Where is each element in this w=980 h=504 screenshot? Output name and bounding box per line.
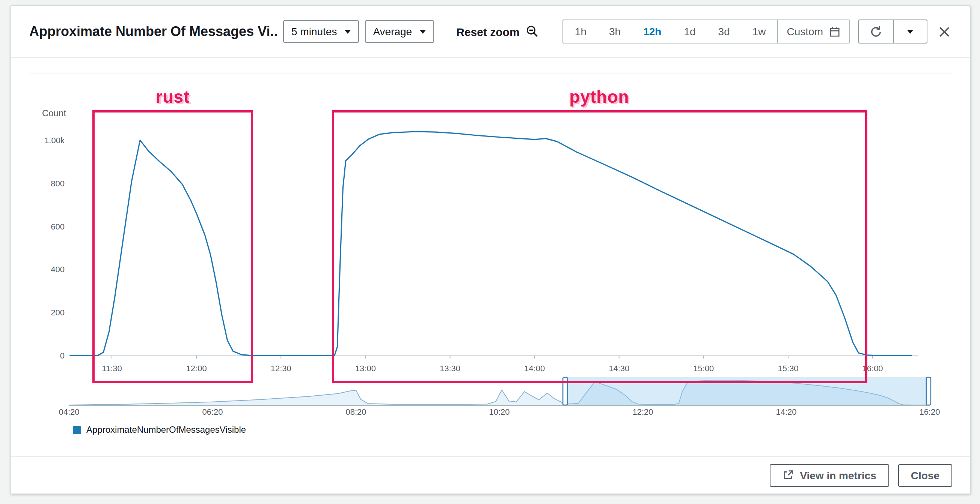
refresh-button[interactable]: [859, 20, 893, 43]
time-range-group: 1h 3h 12h 1d 3d 1w Custom: [563, 19, 850, 43]
range-3d[interactable]: 3d: [707, 20, 741, 43]
reset-zoom-label: Reset zoom: [456, 25, 519, 38]
view-in-metrics-label: View in metrics: [800, 469, 876, 481]
range-1d[interactable]: 1d: [673, 20, 706, 43]
chevron-down-icon: [907, 30, 913, 33]
reset-zoom-button[interactable]: Reset zoom: [452, 24, 543, 39]
dialog-close-button[interactable]: [937, 24, 952, 40]
page: Approximate Number Of Messages Vi... 5 m…: [0, 0, 980, 504]
legend: ApproximateNumberOfMessagesVisible: [73, 425, 246, 435]
chart-area-divider: [29, 73, 952, 73]
period-select-value: 5 minutes: [291, 25, 337, 38]
refresh-options-button[interactable]: [893, 20, 927, 43]
range-custom[interactable]: Custom: [777, 20, 850, 43]
statistic-select[interactable]: Average: [364, 20, 434, 43]
range-12h[interactable]: 12h: [632, 20, 673, 43]
zoom-out-icon: [526, 25, 539, 38]
legend-label[interactable]: ApproximateNumberOfMessagesVisible: [86, 425, 246, 435]
close-icon: [938, 25, 951, 38]
external-link-icon: [783, 469, 794, 481]
statistic-select-value: Average: [373, 25, 412, 38]
refresh-split-button: [858, 19, 928, 43]
refresh-icon: [870, 25, 882, 38]
range-custom-label: Custom: [787, 25, 823, 38]
range-1w[interactable]: 1w: [741, 20, 777, 43]
dialog-title: Approximate Number Of Messages Vi...: [29, 24, 277, 40]
chevron-down-icon: [344, 30, 350, 33]
chevron-down-icon: [419, 30, 425, 33]
range-3h[interactable]: 3h: [598, 20, 632, 43]
close-button-label: Close: [911, 469, 939, 481]
metric-dialog: Approximate Number Of Messages Vi... 5 m…: [11, 5, 971, 494]
view-in-metrics-button[interactable]: View in metrics: [770, 464, 889, 487]
calendar-icon: [829, 26, 840, 37]
period-select[interactable]: 5 minutes: [283, 20, 359, 43]
close-button[interactable]: Close: [898, 464, 952, 487]
range-1h[interactable]: 1h: [563, 20, 598, 43]
dialog-header: Approximate Number Of Messages Vi... 5 m…: [11, 6, 970, 58]
dialog-footer: View in metrics Close: [11, 456, 970, 493]
legend-color-swatch: [73, 426, 81, 434]
